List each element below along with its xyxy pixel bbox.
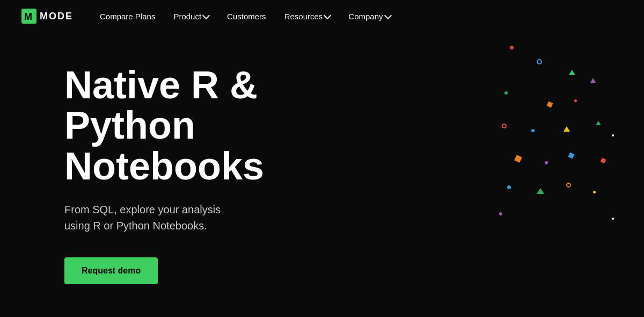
decorative-shapes bbox=[494, 32, 644, 317]
decorative-shape bbox=[547, 102, 553, 108]
decorative-shape bbox=[502, 124, 507, 128]
hero-title: Native R & Python Notebooks bbox=[64, 65, 386, 187]
decorative-shape bbox=[596, 121, 601, 125]
logo[interactable]: M MODE bbox=[21, 9, 73, 24]
decorative-shape bbox=[537, 188, 544, 194]
decorative-shape bbox=[569, 70, 575, 75]
decorative-shape bbox=[574, 99, 577, 102]
decorative-shape bbox=[612, 218, 614, 220]
decorative-shape bbox=[612, 134, 614, 136]
hero-title-line1: Native R & Python bbox=[64, 63, 258, 147]
decorative-shape bbox=[504, 91, 508, 95]
decorative-shape bbox=[531, 129, 535, 132]
decorative-shape bbox=[507, 185, 511, 189]
decorative-shape bbox=[510, 46, 514, 49]
hero-subtitle: From SQL, explore your analysisusing R o… bbox=[64, 201, 386, 234]
resources-chevron-icon bbox=[324, 11, 331, 19]
nav-customers[interactable]: Customers bbox=[219, 8, 274, 25]
logo-text: MODE bbox=[40, 11, 73, 22]
nav-compare-plans[interactable]: Compare Plans bbox=[92, 8, 163, 25]
product-chevron-icon bbox=[202, 11, 210, 19]
logo-icon: M bbox=[21, 9, 36, 24]
request-demo-button[interactable]: Request demo bbox=[64, 257, 158, 284]
decorative-shape bbox=[564, 126, 570, 132]
svg-text:M: M bbox=[24, 11, 32, 22]
decorative-shape bbox=[537, 59, 542, 64]
decorative-shape bbox=[514, 155, 522, 163]
decorative-shape bbox=[545, 161, 548, 164]
decorative-shape bbox=[590, 78, 596, 83]
decorative-shape bbox=[601, 158, 606, 164]
decorative-shape bbox=[566, 183, 571, 188]
nav-resources[interactable]: Resources bbox=[277, 8, 338, 25]
decorative-shape bbox=[593, 191, 596, 193]
company-chevron-icon bbox=[384, 11, 391, 19]
nav-product[interactable]: Product bbox=[166, 8, 216, 25]
hero-section: Native R & Python Notebooks From SQL, ex… bbox=[0, 32, 644, 317]
nav-links: Compare Plans Product Customers Resource… bbox=[92, 8, 398, 25]
hero-content: Native R & Python Notebooks From SQL, ex… bbox=[64, 65, 386, 285]
navbar: M MODE Compare Plans Product Customers R… bbox=[0, 0, 644, 32]
nav-company[interactable]: Company bbox=[341, 8, 398, 25]
decorative-shape bbox=[499, 212, 502, 215]
decorative-shape bbox=[568, 153, 575, 159]
hero-title-line2: Notebooks bbox=[64, 145, 264, 188]
